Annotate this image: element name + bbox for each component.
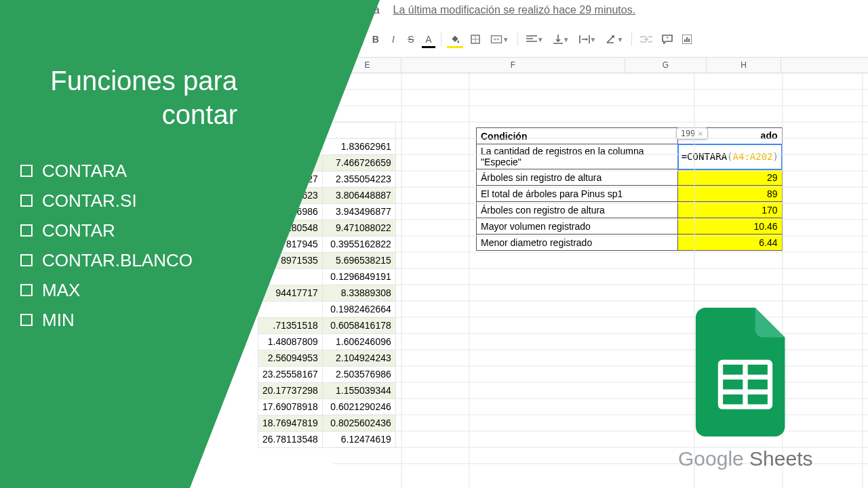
formula-result-tooltip[interactable]: 199×	[676, 127, 708, 140]
merge-icon	[490, 34, 502, 45]
cond-value[interactable]: 6.44	[678, 235, 782, 251]
overlay-list: CONTARA CONTAR.SI CONTAR CONTAR.BLANCO M…	[20, 156, 193, 335]
insert-link-button[interactable]	[636, 31, 656, 47]
chevron-down-icon: ▼	[590, 36, 597, 43]
overlay-item: MAX	[42, 280, 80, 301]
overlay-item: CONTAR.BLANCO	[42, 250, 193, 271]
vertical-align-button[interactable]: ▼	[549, 31, 574, 47]
overlay-item: CONTAR.SI	[42, 190, 137, 211]
cond-label[interactable]: La cantidad de registros en la columna "…	[477, 144, 678, 169]
checkbox-icon	[20, 195, 33, 207]
checkbox-icon	[20, 284, 33, 296]
svg-rect-3	[491, 36, 501, 43]
borders-button[interactable]	[466, 31, 485, 47]
svg-rect-8	[688, 39, 690, 42]
paint-bucket-icon	[450, 34, 460, 45]
cond-value[interactable]: 170	[678, 202, 782, 218]
horizontal-align-button[interactable]: ▼	[522, 31, 548, 47]
checkbox-icon	[20, 254, 33, 266]
overlay-item: CONTARA	[42, 161, 127, 182]
vertical-align-icon	[553, 35, 563, 44]
chevron-down-icon: ▼	[502, 36, 509, 43]
chevron-down-icon: ▼	[563, 36, 570, 43]
formula-input-cell[interactable]: 199× =CONTARA(A4:A202)	[678, 144, 782, 169]
column-header-h[interactable]: H	[707, 58, 781, 73]
chevron-down-icon: ▼	[616, 36, 623, 43]
google-sheets-brand: Google Sheets	[678, 447, 813, 470]
column-header-g[interactable]: G	[625, 58, 707, 73]
cond-label[interactable]: El total de árboles para Pinus sp1	[477, 186, 678, 202]
comment-icon: +	[662, 35, 673, 44]
cond-value[interactable]: 29	[678, 169, 782, 186]
link-icon	[640, 36, 652, 43]
overlay-item: CONTAR	[42, 220, 115, 241]
wrap-icon	[579, 35, 590, 44]
checkbox-icon	[20, 224, 33, 237]
column-header-f[interactable]: F	[401, 58, 625, 73]
rotation-icon	[606, 35, 616, 44]
svg-rect-6	[684, 39, 686, 42]
toolbar-separator	[517, 33, 518, 46]
cond-label[interactable]: Menor diametro registrado	[477, 235, 678, 251]
toolbar-separator	[631, 33, 632, 46]
title-overlay: Funciones paracontar CONTARA CONTAR.SI C…	[0, 0, 434, 488]
cond-header-left: Condición	[477, 128, 678, 144]
svg-rect-7	[686, 37, 688, 42]
cond-value[interactable]: 89	[678, 186, 782, 202]
condition-table[interactable]: Condición ado La cantidad de registros e…	[476, 127, 783, 251]
borders-icon	[470, 34, 481, 45]
chart-icon	[682, 35, 692, 44]
merge-cells-button[interactable]: ▼	[486, 31, 513, 47]
chevron-down-icon: ▼	[537, 36, 544, 43]
overlay-title: Funciones paracontar	[0, 64, 237, 131]
checkbox-icon	[20, 314, 33, 326]
svg-text:+: +	[666, 35, 669, 41]
cond-label[interactable]: Árboles sin registro de altura	[477, 169, 678, 186]
insert-comment-button[interactable]: +	[658, 31, 677, 47]
toolbar-separator	[441, 33, 441, 46]
checkbox-icon	[20, 165, 33, 177]
google-sheets-logo-icon	[694, 308, 796, 436]
close-icon[interactable]: ×	[698, 129, 703, 138]
insert-chart-button[interactable]	[678, 31, 696, 47]
text-wrap-button[interactable]: ▼	[575, 31, 601, 47]
cond-value[interactable]: 10.46	[678, 218, 782, 235]
cond-label[interactable]: Mayor volumen registrado	[477, 218, 678, 235]
overlay-item: MIN	[42, 310, 75, 331]
cond-label[interactable]: Árboles con registro de altura	[477, 202, 678, 218]
align-left-icon	[526, 35, 537, 43]
text-rotation-button[interactable]: ▼	[601, 31, 627, 47]
fill-color-button[interactable]	[446, 31, 465, 47]
